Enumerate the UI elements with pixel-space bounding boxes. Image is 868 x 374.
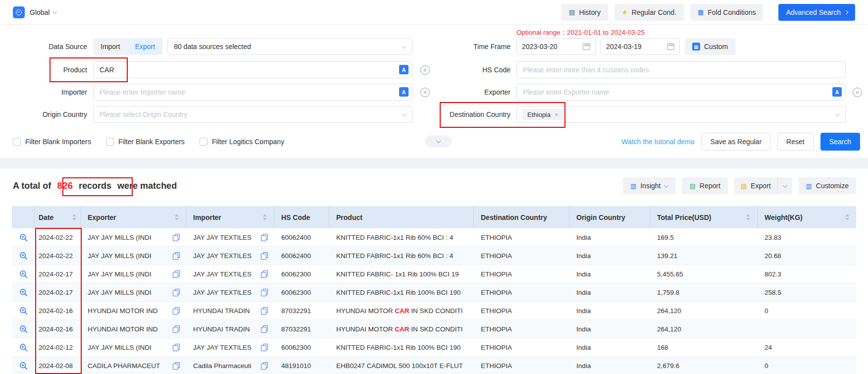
cell-product: HYUNDAI MOTOR CAR IN SKD CONDITI — [329, 320, 474, 338]
filter-blank-importers[interactable]: Filter Blank Importers — [13, 138, 91, 146]
custom-range-button[interactable]: ▦ Custom — [685, 38, 735, 55]
column-header-importer[interactable]: Importer — [186, 206, 274, 228]
form-row-filters: Filter Blank Importers Filter Blank Expo… — [0, 133, 868, 151]
insight-button[interactable]: ▥ Insight — [623, 177, 676, 194]
export-options-button[interactable] — [777, 177, 792, 194]
table-row[interactable]: 2024-02-17JAY JAY MILLS (INDIJAY JAY TEX… — [12, 265, 856, 283]
cell-detail — [12, 357, 35, 374]
table-row[interactable]: 2024-02-22JAY JAY MILLS (INDIJAY JAY TEX… — [12, 247, 856, 265]
copy-icon[interactable] — [173, 344, 179, 351]
destination-country-select[interactable]: Ethiopia × — [516, 106, 846, 123]
history-label: History — [579, 8, 601, 16]
zoom-in-icon[interactable] — [19, 362, 28, 370]
exporter-input[interactable] — [516, 84, 846, 101]
copy-icon[interactable] — [261, 234, 267, 241]
copy-icon[interactable] — [261, 325, 267, 333]
save-as-regular-button[interactable]: Save as Regular — [702, 133, 771, 151]
copy-icon[interactable] — [261, 344, 267, 351]
copy-icon[interactable] — [173, 270, 179, 278]
filter-logistics-company[interactable]: Filter Logitics Company — [200, 138, 284, 146]
cell-product: KNITTED FABRIC- 1x1 Rib 100% BCI 19 — [329, 265, 474, 283]
export-button[interactable]: ▤ Export — [734, 177, 777, 194]
results-prefix: A total of — [13, 181, 51, 191]
chevron-down-icon — [52, 9, 57, 14]
translate-icon[interactable]: A — [832, 87, 842, 97]
data-source-select[interactable]: 80 data sources selected — [167, 38, 412, 55]
report-button[interactable]: ▤ Report — [682, 177, 727, 194]
cell-product: HYUNDAI MOTOR CAR IN SKD CONDITI — [329, 302, 474, 320]
copy-icon[interactable] — [173, 362, 179, 370]
filter-blank-exporters[interactable]: Filter Blank Exporters — [106, 138, 185, 146]
copy-icon[interactable] — [173, 234, 179, 241]
zoom-in-icon[interactable] — [19, 307, 28, 315]
search-button[interactable]: Search — [820, 133, 860, 151]
tutorial-link[interactable]: Watch the tutorial demo — [621, 138, 694, 146]
copy-icon[interactable] — [261, 252, 267, 260]
hs-code-input[interactable] — [516, 61, 846, 78]
customize-label: Customize — [816, 182, 849, 190]
table-row[interactable]: 2024-02-17JAY JAY MILLS (INDIJAY JAY TEX… — [12, 283, 856, 302]
match-mode-icon[interactable]: ≡ — [420, 88, 430, 97]
checkbox-icon[interactable] — [106, 138, 114, 146]
copy-icon[interactable] — [261, 307, 267, 315]
zoom-in-icon[interactable] — [19, 288, 28, 297]
history-button[interactable]: ▤ History — [562, 4, 608, 21]
table-row[interactable]: 2024-02-12JAY JAY MILLS (INDIJAY JAY TEX… — [12, 338, 856, 357]
sort-icon[interactable] — [175, 214, 179, 220]
table-row[interactable]: 2024-02-16HYUNDAI MOTOR INDHYUNDAI TRADI… — [12, 320, 856, 338]
copy-icon[interactable] — [261, 289, 267, 296]
column-header-exporter[interactable]: Exporter — [81, 206, 186, 228]
copy-icon[interactable] — [261, 270, 267, 278]
sort-icon[interactable] — [746, 214, 750, 220]
regular-cond-button[interactable]: ★ Regular Cond. — [614, 4, 684, 21]
time-frame-label: Time Frame — [436, 38, 511, 55]
tag-close-icon[interactable]: × — [555, 111, 559, 118]
copy-icon[interactable] — [173, 325, 179, 333]
import-tab[interactable]: Import — [93, 38, 128, 55]
zoom-in-icon[interactable] — [19, 270, 28, 278]
column-header-date[interactable]: Date — [35, 206, 81, 228]
column-header-total-price-usd[interactable]: Total Price(USD) — [650, 206, 758, 228]
fold-conditions-button[interactable]: ▦ Fold Conditions — [690, 4, 764, 21]
match-mode-icon[interactable]: ≡ — [420, 65, 430, 75]
customize-button[interactable]: ▥ Customize — [799, 177, 856, 194]
cell-total-price: 5,455.65 — [650, 265, 758, 283]
copy-icon[interactable] — [173, 289, 179, 296]
copy-icon[interactable] — [173, 252, 179, 260]
cell-total-price: 139.21 — [650, 247, 758, 265]
reset-button[interactable]: Reset — [777, 133, 814, 151]
table-row[interactable]: 2024-02-16HYUNDAI MOTOR INDHYUNDAI TRADI… — [12, 302, 856, 320]
date-from-input[interactable]: 2023-03-20 — [516, 38, 596, 55]
cell-detail — [12, 265, 35, 283]
product-input[interactable] — [93, 61, 412, 78]
table-row[interactable]: 2024-02-08CADILA PHARMACEUTCadila Pharma… — [12, 357, 856, 374]
zoom-in-icon[interactable] — [19, 252, 28, 260]
sort-icon[interactable] — [72, 214, 76, 220]
copy-icon[interactable] — [261, 362, 267, 370]
regular-cond-label: Regular Cond. — [632, 8, 676, 16]
zoom-in-icon[interactable] — [19, 325, 28, 333]
region-selector[interactable]: Global — [30, 8, 56, 16]
translate-icon[interactable]: A — [399, 65, 408, 74]
origin-country-select[interactable]: Please select Origin Country — [93, 106, 412, 123]
translate-icon[interactable]: A — [399, 87, 408, 97]
column-header-weight-kg[interactable]: Weight(KG) — [758, 206, 856, 228]
checkbox-icon[interactable] — [13, 138, 21, 146]
checkbox-icon[interactable] — [200, 138, 207, 146]
zoom-in-icon[interactable] — [19, 233, 28, 242]
export-tab[interactable]: Export — [128, 38, 162, 55]
importer-input[interactable] — [93, 84, 412, 101]
export-label: Export — [751, 182, 770, 190]
chevron-down-icon — [402, 44, 407, 49]
sort-icon[interactable] — [263, 214, 267, 220]
filter-checkboxes: Filter Blank Importers Filter Blank Expo… — [13, 133, 284, 151]
copy-icon[interactable] — [173, 307, 179, 315]
match-mode-icon[interactable]: ≡ — [853, 88, 862, 97]
table-row[interactable]: 2024-02-22JAY JAY MILLS (INDIJAY JAY TEX… — [12, 228, 856, 247]
zoom-in-icon[interactable] — [19, 343, 28, 352]
cell-detail — [12, 283, 35, 301]
date-to-input[interactable]: 2024-03-19 — [601, 38, 680, 55]
advanced-search-button[interactable]: Advanced Search — [778, 4, 855, 21]
sort-icon[interactable] — [845, 214, 849, 220]
collapse-form-button[interactable] — [425, 135, 452, 147]
